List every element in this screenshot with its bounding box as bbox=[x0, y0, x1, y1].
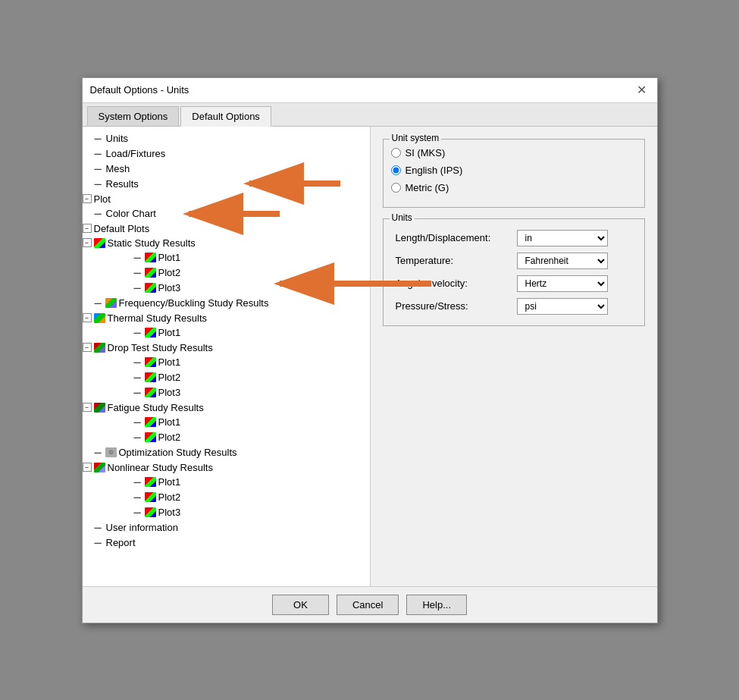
tree-item-drop-plot1[interactable]: ─ Plot1 bbox=[83, 355, 370, 370]
tab-system-options[interactable]: System Options bbox=[87, 106, 180, 126]
optimization-icon: ⚙ bbox=[105, 447, 117, 457]
fatigue-expand[interactable]: − bbox=[83, 403, 92, 412]
close-button[interactable]: ✕ bbox=[634, 83, 650, 98]
radio-english-row: English (IPS) bbox=[391, 165, 637, 176]
plot-label: Plot bbox=[94, 193, 111, 205]
tree-item-nonlinear-plot2[interactable]: ─ Plot2 bbox=[83, 490, 370, 505]
pressure-row: Pressure/Stress: psi MPa GPa Pa bbox=[391, 295, 637, 318]
tree-item-fatigue-plot2[interactable]: ─ Plot2 bbox=[83, 430, 370, 445]
drop-plot1-label: Plot1 bbox=[158, 356, 181, 368]
tree-item-frequency[interactable]: ─ Frequency/Buckling Study Results bbox=[83, 296, 370, 311]
tree-item-colorchart[interactable]: ─ Color Chart bbox=[83, 206, 370, 221]
units-group: Units Length/Displacement: in mm ft m bbox=[383, 218, 645, 326]
nonlinear-expand[interactable]: − bbox=[83, 463, 92, 472]
tree-item-report[interactable]: ─ Report bbox=[83, 535, 370, 551]
radio-english[interactable] bbox=[391, 165, 401, 175]
tree-item-drop-plot2[interactable]: ─ Plot2 bbox=[83, 370, 370, 385]
bottom-bar: OK Cancel Help... bbox=[83, 586, 657, 623]
tree-item-results[interactable]: ─ Results bbox=[83, 177, 370, 192]
radio-metric-label[interactable]: Metric (G) bbox=[406, 182, 449, 193]
optimization-label: Optimization Study Results bbox=[119, 447, 237, 458]
units-content: Length/Displacement: in mm ft m bbox=[391, 219, 637, 318]
unit-system-group: Unit system SI (MKS) English (IPS) Metri… bbox=[383, 139, 645, 208]
title-bar: Default Options - Units ✕ bbox=[83, 78, 657, 103]
tree-item-nonlinear[interactable]: − Nonlinear Study Results bbox=[83, 460, 370, 475]
nonlinear-plot2-icon bbox=[145, 492, 156, 502]
radio-si-label[interactable]: SI (MKS) bbox=[406, 147, 446, 159]
drop-plot1-icon bbox=[145, 357, 156, 367]
defaultplots-label: Default Plots bbox=[94, 223, 150, 234]
temperature-label: Temperature: bbox=[391, 250, 512, 272]
thermal-label: Thermal Study Results bbox=[108, 312, 208, 324]
static-plot2-icon bbox=[145, 268, 156, 278]
tree-item-droptest[interactable]: − Drop Test Study Results bbox=[83, 341, 370, 355]
thermal-expand[interactable]: − bbox=[83, 313, 92, 322]
fatigue-plot2-icon bbox=[145, 432, 156, 442]
droptest-label: Drop Test Study Results bbox=[108, 342, 213, 353]
tree-item-static-plot3[interactable]: ─ Plot3 bbox=[83, 281, 370, 296]
plot-expand[interactable]: − bbox=[83, 194, 92, 203]
tree-item-loadfixtures[interactable]: ─ Load/Fixtures bbox=[83, 146, 370, 162]
radio-si[interactable] bbox=[391, 148, 401, 158]
tree-item-units[interactable]: ─ Units bbox=[83, 131, 370, 146]
tree-item-static[interactable]: − Static Study Results bbox=[83, 236, 370, 250]
tree-item-thermal-plot1[interactable]: ─ Plot1 bbox=[83, 325, 370, 341]
units-label: Units bbox=[106, 133, 129, 144]
tree-item-static-plot2[interactable]: ─ Plot2 bbox=[83, 265, 370, 281]
radio-english-label[interactable]: English (IPS) bbox=[406, 165, 463, 176]
defaultplots-expand[interactable]: − bbox=[83, 224, 92, 233]
radio-si-row: SI (MKS) bbox=[391, 147, 637, 159]
tree-item-nonlinear-plot3[interactable]: ─ Plot3 bbox=[83, 505, 370, 520]
pressure-select[interactable]: psi MPa GPa Pa bbox=[517, 298, 608, 315]
drop-plot3-icon bbox=[145, 388, 156, 397]
thermal-plot1-label: Plot1 bbox=[158, 327, 181, 338]
radio-metric-row: Metric (G) bbox=[391, 182, 637, 193]
tree-item-optimization[interactable]: ─ ⚙ Optimization Study Results bbox=[83, 445, 370, 460]
length-select[interactable]: in mm ft m bbox=[517, 230, 608, 246]
static-expand[interactable]: − bbox=[83, 238, 92, 247]
tab-default-options[interactable]: Default Options bbox=[180, 106, 271, 127]
angular-select[interactable]: Hertz RPM rad/s bbox=[517, 275, 608, 292]
cancel-button[interactable]: Cancel bbox=[337, 595, 399, 615]
tabs-bar: System Options Default Options bbox=[83, 103, 657, 127]
thermal-icon bbox=[94, 313, 105, 323]
angular-row: Angular velocity: Hertz RPM rad/s bbox=[391, 272, 637, 295]
units-table: Length/Displacement: in mm ft m bbox=[391, 227, 637, 318]
temperature-row: Temperature: Fahrenheit Celsius Kelvin bbox=[391, 250, 637, 272]
frequency-label: Frequency/Buckling Study Results bbox=[119, 297, 269, 309]
help-button[interactable]: Help... bbox=[406, 595, 467, 615]
tree-item-drop-plot3[interactable]: ─ Plot3 bbox=[83, 385, 370, 400]
tree-item-fatigue[interactable]: − Fatigue Study Results bbox=[83, 400, 370, 415]
tree-item-thermal[interactable]: − Thermal Study Results bbox=[83, 311, 370, 325]
angular-label: Angular velocity: bbox=[391, 272, 512, 295]
left-panel: ─ Units ─ Load/Fixtures ─ Mesh ─ Results bbox=[83, 127, 371, 586]
ok-button[interactable]: OK bbox=[272, 595, 329, 615]
tree-item-defaultplots[interactable]: − Default Plots bbox=[83, 221, 370, 236]
mesh-label: Mesh bbox=[106, 163, 130, 174]
tree-item-fatigue-plot1[interactable]: ─ Plot1 bbox=[83, 415, 370, 430]
report-label: Report bbox=[106, 537, 136, 548]
nonlinear-plot3-label: Plot3 bbox=[158, 507, 181, 518]
nonlinear-plot2-label: Plot2 bbox=[158, 491, 181, 503]
tree-item-userinfo[interactable]: ─ User information bbox=[83, 520, 370, 535]
fatigue-icon bbox=[94, 403, 105, 413]
static-plot2-label: Plot2 bbox=[158, 267, 181, 278]
temperature-select[interactable]: Fahrenheit Celsius Kelvin bbox=[517, 253, 608, 269]
tree-item-nonlinear-plot1[interactable]: ─ Plot1 bbox=[83, 475, 370, 490]
loadfixtures-label: Load/Fixtures bbox=[106, 148, 166, 159]
tree-item-mesh[interactable]: ─ Mesh bbox=[83, 162, 370, 177]
dialog: Default Options - Units ✕ System Options… bbox=[82, 77, 658, 623]
tree-item-plot[interactable]: − Plot bbox=[83, 192, 370, 206]
static-plot1-label: Plot1 bbox=[158, 252, 181, 263]
right-panel: Unit system SI (MKS) English (IPS) Metri… bbox=[371, 127, 657, 586]
droptest-icon bbox=[94, 343, 105, 353]
static-plot3-label: Plot3 bbox=[158, 282, 181, 293]
units-legend: Units bbox=[390, 212, 415, 223]
radio-metric[interactable] bbox=[391, 183, 401, 193]
results-label: Results bbox=[106, 178, 139, 190]
fatigue-plot1-icon bbox=[145, 417, 156, 427]
droptest-expand[interactable]: − bbox=[83, 343, 92, 352]
nonlinear-plot1-label: Plot1 bbox=[158, 476, 181, 488]
static-plot3-icon bbox=[145, 283, 156, 293]
tree-item-static-plot1[interactable]: ─ Plot1 bbox=[83, 250, 370, 265]
